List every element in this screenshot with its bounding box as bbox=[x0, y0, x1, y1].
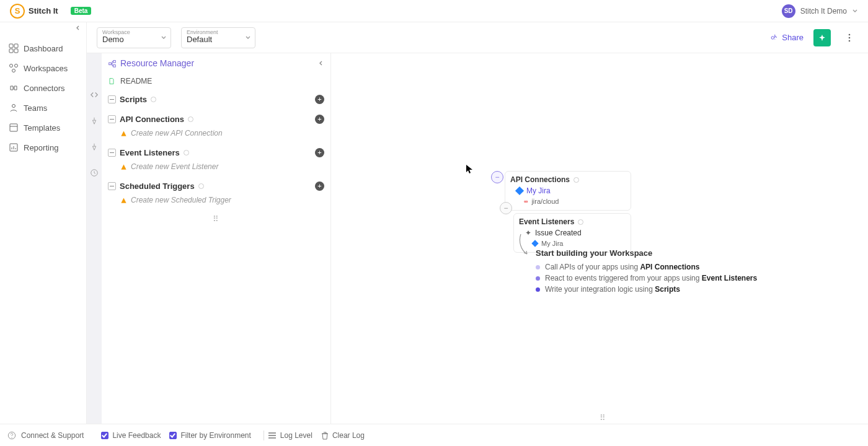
sidebar-item-reporting[interactable]: Reporting bbox=[0, 138, 86, 157]
svg-point-13 bbox=[849, 40, 851, 42]
svg-point-6 bbox=[12, 69, 16, 72]
workspaces-icon bbox=[9, 63, 19, 73]
user-label: Stitch It Demo bbox=[800, 7, 847, 15]
sidebar-item-templates[interactable]: Templates bbox=[0, 118, 86, 138]
svg-point-10 bbox=[771, 36, 774, 38]
app-name: Stitch It bbox=[29, 6, 58, 15]
listener-rail-icon[interactable] bbox=[90, 142, 99, 151]
warning-icon bbox=[120, 197, 127, 204]
sidebar-item-label: Connectors bbox=[24, 84, 64, 93]
scripts-section[interactable]: Scripts + bbox=[108, 92, 324, 107]
jira-icon bbox=[515, 186, 524, 195]
run-button[interactable] bbox=[813, 29, 831, 46]
connect-support[interactable]: Connect & Support bbox=[7, 431, 84, 440]
svg-rect-2 bbox=[9, 49, 13, 53]
add-script-button[interactable]: + bbox=[315, 95, 324, 104]
add-listener-button[interactable]: + bbox=[315, 148, 324, 157]
warning-icon bbox=[120, 130, 127, 137]
sidebar-item-dashboard[interactable]: Dashboard bbox=[0, 38, 86, 58]
more-menu[interactable] bbox=[841, 29, 858, 46]
collapse-icon: − bbox=[500, 202, 512, 214]
chevron-down-icon bbox=[245, 35, 251, 41]
environment-select[interactable]: Environment Default bbox=[181, 27, 255, 48]
collapse-icon bbox=[108, 149, 116, 157]
link-icon: ∞ bbox=[524, 198, 528, 204]
add-trigger-button[interactable]: + bbox=[315, 181, 324, 191]
sidebar-collapse[interactable] bbox=[0, 22, 86, 36]
sidebar-item-workspaces[interactable]: Workspaces bbox=[0, 58, 86, 78]
svg-rect-16 bbox=[113, 61, 116, 63]
collapse-icon bbox=[108, 182, 116, 190]
sidebar-item-teams[interactable]: Teams bbox=[0, 98, 86, 118]
info-icon bbox=[188, 116, 193, 122]
workspace-select[interactable]: Workspace Demo bbox=[97, 27, 171, 48]
create-api-connection[interactable]: Create new API Connection bbox=[108, 126, 324, 140]
live-feedback-toggle[interactable]: Live Feedback bbox=[101, 431, 161, 440]
chevron-down-icon bbox=[161, 35, 167, 41]
create-scheduled-trigger[interactable]: Create new Scheduled Trigger bbox=[108, 193, 324, 207]
dashboard-icon bbox=[9, 43, 19, 53]
scheduled-triggers-section[interactable]: Scheduled Triggers + bbox=[108, 178, 324, 193]
connectors-icon bbox=[9, 83, 19, 93]
log-level-button[interactable]: Log Level bbox=[268, 431, 312, 440]
trash-icon bbox=[321, 431, 329, 440]
help-icon bbox=[7, 431, 16, 440]
workspace-canvas: − API Connections My Jira ∞jira/cloud − … bbox=[331, 53, 868, 424]
svg-point-19 bbox=[11, 437, 12, 437]
sidebar-item-label: Reporting bbox=[24, 143, 58, 152]
checkbox-icon bbox=[101, 432, 108, 439]
bullet-icon bbox=[536, 265, 540, 269]
info-icon bbox=[184, 150, 189, 155]
resource-manager-panel: Resource Manager README Scripts bbox=[102, 53, 331, 424]
sidebar-item-label: Dashboard bbox=[24, 44, 63, 53]
sidebar-item-connectors[interactable]: Connectors bbox=[0, 78, 86, 98]
svg-rect-15 bbox=[109, 63, 112, 65]
info-icon bbox=[574, 177, 579, 183]
svg-rect-1 bbox=[14, 44, 18, 48]
readme-item[interactable]: README bbox=[102, 73, 330, 89]
user-menu[interactable]: SD Stitch It Demo bbox=[782, 4, 858, 18]
drag-handle-icon[interactable]: ⠿ bbox=[102, 209, 330, 229]
checkbox-icon bbox=[169, 432, 177, 439]
cursor-icon bbox=[466, 165, 472, 173]
share-icon bbox=[769, 33, 778, 42]
logo[interactable]: S Stitch It bbox=[10, 4, 58, 19]
chevron-down-icon bbox=[852, 8, 858, 14]
hint-card-api: API Connections My Jira ∞jira/cloud bbox=[505, 171, 631, 211]
code-icon[interactable] bbox=[90, 90, 99, 99]
kebab-icon bbox=[848, 33, 851, 42]
drag-handle-icon[interactable]: ⠿ bbox=[600, 413, 606, 422]
clear-log-button[interactable]: Clear Log bbox=[321, 431, 365, 440]
warning-icon bbox=[120, 164, 127, 170]
share-button[interactable]: Share bbox=[769, 33, 804, 42]
onboarding-text: Start building your Workspace Call APIs … bbox=[536, 248, 757, 295]
info-icon bbox=[151, 97, 156, 102]
sparkle-icon bbox=[818, 33, 826, 42]
templates-icon bbox=[9, 123, 19, 133]
reporting-icon bbox=[9, 142, 19, 152]
arrow-icon bbox=[517, 233, 536, 258]
svg-rect-8 bbox=[10, 124, 17, 131]
sidebar-item-label: Templates bbox=[24, 123, 60, 133]
svg-point-12 bbox=[849, 37, 851, 38]
svg-point-4 bbox=[10, 64, 13, 68]
chevron-left-icon[interactable] bbox=[318, 60, 324, 66]
workspace-toolbar: Workspace Demo Environment Default Share bbox=[87, 22, 868, 53]
api-rail-icon[interactable] bbox=[90, 116, 99, 125]
svg-rect-3 bbox=[14, 49, 18, 53]
clock-icon[interactable] bbox=[90, 168, 99, 177]
svg-point-7 bbox=[12, 105, 16, 108]
event-listeners-section[interactable]: Event Listeners + bbox=[108, 145, 324, 160]
info-icon bbox=[578, 219, 583, 225]
sidebar: Dashboard Workspaces Connectors Teams Te… bbox=[0, 22, 87, 424]
sidebar-item-label: Workspaces bbox=[24, 64, 68, 73]
api-connections-section[interactable]: API Connections + bbox=[108, 112, 324, 126]
filter-env-toggle[interactable]: Filter by Environment bbox=[169, 431, 250, 440]
bullet-icon bbox=[536, 276, 540, 281]
panel-title: Resource Manager bbox=[120, 58, 194, 68]
resource-manager-icon bbox=[108, 59, 117, 68]
create-event-listener[interactable]: Create new Event Listener bbox=[108, 160, 324, 173]
resource-gutter bbox=[87, 53, 102, 424]
add-api-button[interactable]: + bbox=[315, 115, 324, 124]
logo-icon: S bbox=[10, 4, 25, 19]
